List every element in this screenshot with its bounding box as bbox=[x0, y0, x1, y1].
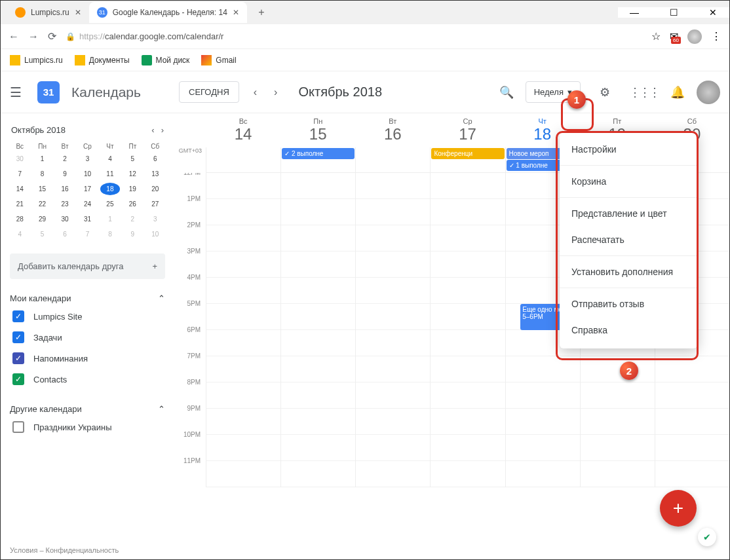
minical-next[interactable]: › bbox=[161, 125, 164, 135]
minical-day[interactable]: 19 bbox=[123, 183, 142, 195]
minical-day[interactable]: 29 bbox=[32, 213, 52, 225]
minical-day[interactable]: 15 bbox=[32, 183, 52, 195]
bookmark-item[interactable]: Gmail bbox=[201, 55, 236, 65]
minical-day[interactable]: 20 bbox=[145, 183, 165, 195]
minical-prev[interactable]: ‹ bbox=[151, 125, 154, 135]
calendar-item[interactable]: ✓Lumpics Site bbox=[10, 306, 165, 327]
today-button[interactable]: СЕГОДНЯ bbox=[179, 81, 239, 103]
minical-day[interactable]: 30 bbox=[55, 213, 75, 225]
next-period-button[interactable]: › bbox=[271, 86, 280, 98]
browser-tab[interactable]: Lumpics.ru✕ bbox=[7, 2, 89, 23]
minical-day[interactable]: 31 bbox=[77, 213, 97, 225]
minical-day[interactable]: 1 bbox=[32, 153, 52, 165]
main-menu-icon[interactable]: ☰ bbox=[10, 84, 26, 100]
view-selector[interactable]: Неделя▾ bbox=[526, 81, 581, 103]
back-button[interactable]: ← bbox=[9, 31, 19, 43]
window-maximize[interactable]: ☐ bbox=[664, 7, 683, 18]
allday-event[interactable]: Конференци bbox=[431, 148, 504, 159]
minical-day[interactable]: 1 bbox=[100, 213, 120, 225]
day-header[interactable]: Вс14 bbox=[206, 113, 280, 147]
shield-icon[interactable]: ✔ bbox=[698, 528, 716, 546]
minical-day[interactable]: 7 bbox=[77, 228, 97, 240]
checkbox-icon[interactable]: ✓ bbox=[12, 331, 24, 343]
window-close[interactable]: ✕ bbox=[703, 7, 723, 18]
account-avatar[interactable] bbox=[697, 81, 720, 104]
minical-day[interactable]: 27 bbox=[145, 198, 165, 210]
minical-day[interactable]: 9 bbox=[123, 228, 142, 240]
minical-day[interactable]: 6 bbox=[145, 153, 165, 165]
allday-cell[interactable] bbox=[355, 147, 430, 172]
checkbox-icon[interactable]: ✓ bbox=[12, 373, 24, 385]
calendar-item[interactable]: Праздники Украины bbox=[10, 417, 165, 438]
bookmark-star-icon[interactable]: ☆ bbox=[651, 30, 661, 43]
tab-close-icon[interactable]: ✕ bbox=[75, 8, 81, 17]
minical-day[interactable]: 18 bbox=[100, 183, 120, 195]
prev-period-button[interactable]: ‹ bbox=[251, 86, 259, 98]
allday-cell[interactable]: Конференци bbox=[430, 147, 505, 172]
add-friend-calendar[interactable]: Добавить календарь друга + bbox=[10, 253, 165, 279]
minical-day[interactable]: 11 bbox=[100, 168, 120, 180]
footer-links[interactable]: Условия – Конфиденциальность bbox=[10, 546, 119, 554]
hour-column[interactable] bbox=[206, 173, 280, 487]
settings-menu-item[interactable]: Настройки bbox=[560, 136, 697, 162]
checkbox-icon[interactable]: ✓ bbox=[12, 310, 24, 322]
calendar-item[interactable]: ✓Напоминания bbox=[10, 348, 165, 369]
checkbox-icon[interactable]: ✓ bbox=[12, 352, 24, 364]
minical-day[interactable]: 17 bbox=[77, 183, 97, 195]
minical-day[interactable]: 30 bbox=[10, 153, 29, 165]
allday-cell[interactable] bbox=[206, 147, 280, 172]
minical-day[interactable]: 3 bbox=[77, 153, 97, 165]
tab-close-icon[interactable]: ✕ bbox=[233, 8, 239, 17]
forward-button[interactable]: → bbox=[28, 31, 39, 43]
day-header[interactable]: Ср17 bbox=[430, 113, 505, 147]
minical-day[interactable]: 22 bbox=[32, 198, 52, 210]
hour-column[interactable] bbox=[430, 173, 505, 487]
minical-day[interactable]: 4 bbox=[10, 228, 29, 240]
new-tab-button[interactable]: + bbox=[252, 3, 271, 22]
settings-gear-button[interactable]: ⚙ bbox=[592, 80, 617, 105]
minical-day[interactable]: 2 bbox=[123, 213, 142, 225]
google-apps-icon[interactable]: ⋮⋮⋮ bbox=[629, 85, 659, 100]
calendar-item[interactable]: ✓Contacts bbox=[10, 369, 165, 390]
minical-day[interactable]: 25 bbox=[100, 198, 120, 210]
browser-tab[interactable]: 31Google Календарь - Неделя: 14✕ bbox=[89, 2, 247, 23]
day-header[interactable]: Пн15 bbox=[280, 113, 355, 147]
minical-day[interactable]: 21 bbox=[10, 198, 29, 210]
minical-day[interactable]: 13 bbox=[145, 168, 165, 180]
allday-event[interactable]: ✓ 2 выполне bbox=[282, 148, 355, 159]
bookmark-item[interactable]: Документы bbox=[75, 55, 130, 65]
minical-day[interactable]: 8 bbox=[100, 228, 120, 240]
window-minimize[interactable]: — bbox=[624, 7, 644, 18]
url-field[interactable]: 🔒 https://calendar.google.com/calendar/r bbox=[66, 31, 642, 41]
minical-day[interactable]: 23 bbox=[55, 198, 75, 210]
gmail-icon[interactable]: ✉60 bbox=[670, 30, 678, 43]
minical-day[interactable]: 14 bbox=[10, 183, 29, 195]
hour-column[interactable] bbox=[355, 173, 430, 487]
minical-day[interactable]: 6 bbox=[55, 228, 75, 240]
profile-avatar-small[interactable] bbox=[687, 29, 702, 44]
day-header[interactable]: Вт16 bbox=[355, 113, 430, 147]
settings-menu-item[interactable]: Справка bbox=[560, 317, 697, 343]
settings-menu-item[interactable]: Корзина bbox=[560, 168, 697, 195]
search-icon[interactable]: 🔍 bbox=[499, 85, 514, 100]
mini-calendar[interactable]: ВсПнВтСрЧтПтСб30123456789101112131415161… bbox=[10, 143, 165, 240]
settings-menu-item[interactable]: Распечатать bbox=[560, 227, 697, 253]
allday-cell[interactable]: ✓ 2 выполне bbox=[280, 147, 355, 172]
checkbox-icon[interactable] bbox=[12, 421, 24, 433]
other-calendars-header[interactable]: Другие календари⌃ bbox=[10, 401, 165, 417]
browser-menu-icon[interactable]: ⋮ bbox=[711, 30, 721, 43]
minical-day[interactable]: 4 bbox=[100, 153, 120, 165]
create-event-fab[interactable]: + bbox=[660, 490, 697, 527]
minical-day[interactable]: 10 bbox=[145, 228, 165, 240]
minical-day[interactable]: 26 bbox=[123, 198, 142, 210]
hour-column[interactable] bbox=[280, 173, 355, 487]
minical-day[interactable]: 2 bbox=[55, 153, 75, 165]
settings-menu-item[interactable]: Отправить отзыв bbox=[560, 291, 697, 317]
minical-day[interactable]: 24 bbox=[77, 198, 97, 210]
minical-day[interactable]: 28 bbox=[10, 213, 29, 225]
my-calendars-header[interactable]: Мои календари⌃ bbox=[10, 291, 165, 306]
minical-day[interactable]: 7 bbox=[10, 168, 29, 180]
minical-day[interactable]: 5 bbox=[123, 153, 142, 165]
settings-menu-item[interactable]: Установить дополнения bbox=[560, 259, 697, 285]
calendar-item[interactable]: ✓Задачи bbox=[10, 327, 165, 348]
